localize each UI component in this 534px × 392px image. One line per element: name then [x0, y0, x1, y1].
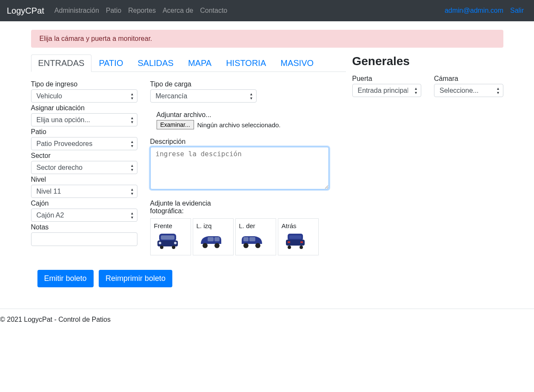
generals-title: Generales	[352, 54, 503, 68]
evidence-label-lder: L. der	[239, 222, 272, 229]
file-status: Ningún archivo seleccionado.	[197, 121, 281, 129]
evidence-lder[interactable]: L. der	[235, 218, 276, 255]
evidence-frente[interactable]: Frente	[150, 218, 191, 255]
svg-point-14	[243, 243, 248, 248]
select-sector[interactable]: Sector derecho	[31, 161, 137, 174]
car-rear-icon	[282, 231, 309, 250]
label-descripcion: Descripción	[150, 138, 329, 146]
label-tipo-ingreso: Tipo de ingreso	[31, 80, 137, 88]
label-adjuntar: Adjuntar archivo...	[157, 111, 329, 119]
select-tipo-ingreso[interactable]: Vehiculo	[31, 89, 137, 103]
tab-historia[interactable]: HISTORIA	[219, 54, 273, 72]
browse-button[interactable]: Examinar...	[157, 120, 194, 129]
select-patio[interactable]: Patio Proveedores	[31, 137, 137, 150]
svg-point-9	[203, 243, 208, 248]
emitir-boleto-button[interactable]: Emitir boleto	[37, 270, 94, 287]
nav-administracion[interactable]: Administración	[51, 3, 103, 18]
tab-entradas[interactable]: ENTRADAS	[31, 54, 92, 72]
tabs: ENTRADAS PATIO SALIDAS MAPA HISTORIA MAS…	[31, 54, 346, 72]
nav-acerca[interactable]: Acerca de	[159, 3, 197, 18]
tab-masivo[interactable]: MASIVO	[273, 54, 321, 72]
svg-point-19	[300, 246, 303, 249]
nav-reportes[interactable]: Reportes	[125, 3, 159, 18]
svg-rect-12	[243, 237, 248, 241]
svg-rect-20	[288, 241, 290, 243]
nav-contacto[interactable]: Contacto	[197, 3, 231, 18]
svg-rect-8	[214, 237, 220, 241]
car-right-icon	[239, 231, 266, 250]
tab-mapa[interactable]: MAPA	[181, 54, 219, 72]
svg-point-13	[255, 243, 260, 248]
select-cajon[interactable]: Cajón A2	[31, 209, 137, 222]
evidence-label-atras: Atrás	[282, 222, 315, 229]
svg-point-5	[159, 242, 161, 244]
navbar: LogyCPat Administración Patio Reportes A…	[0, 0, 534, 21]
evidence-lizq[interactable]: L. izq	[193, 218, 234, 255]
select-puerta[interactable]: Entrada principal	[352, 84, 422, 97]
car-left-icon	[197, 231, 224, 250]
user-email[interactable]: admin@admin.com	[441, 3, 507, 18]
label-evidencia: Adjunte la evidencia fotográfica:	[150, 200, 218, 215]
evidence-atras[interactable]: Atrás	[278, 218, 319, 255]
select-nivel[interactable]: Nivel 11	[31, 185, 137, 198]
footer: © 2021 LogycPat - Control de Patios	[0, 309, 534, 330]
brand[interactable]: LogyCPat	[7, 6, 44, 16]
svg-point-3	[160, 246, 163, 249]
label-camara: Cámara	[434, 75, 503, 83]
svg-rect-11	[249, 237, 255, 241]
alert-banner: Elija la cámara y puerta a monitorear.	[31, 30, 503, 48]
label-asignar-ubicacion: Asignar ubicación	[31, 104, 137, 112]
label-nivel: Nivel	[31, 176, 137, 183]
select-camara[interactable]: Seleccione...	[434, 84, 503, 97]
input-notas[interactable]	[31, 232, 137, 246]
label-patio: Patio	[31, 128, 137, 136]
reimprimir-boleto-button[interactable]: Reimprimir boleto	[99, 270, 172, 287]
svg-rect-21	[300, 241, 303, 243]
logout-link[interactable]: Salir	[507, 3, 527, 18]
nav-right: admin@admin.com Salir	[441, 3, 527, 18]
nav-patio[interactable]: Patio	[103, 3, 125, 18]
car-front-icon	[154, 231, 181, 250]
tab-salidas[interactable]: SALIDAS	[130, 54, 180, 72]
label-cajon: Cajón	[31, 200, 137, 207]
tab-patio[interactable]: PATIO	[91, 54, 130, 72]
svg-rect-1	[161, 235, 174, 240]
svg-rect-7	[208, 237, 214, 241]
svg-rect-16	[289, 235, 301, 239]
evidence-label-frente: Frente	[154, 222, 187, 229]
nav-left: Administración Patio Reportes Acerca de …	[51, 3, 231, 18]
evidence-label-lizq: L. izq	[197, 222, 230, 229]
select-tipo-carga[interactable]: Mercancía	[150, 89, 257, 103]
svg-point-10	[214, 243, 220, 248]
label-tipo-carga: Tipo de carga	[150, 80, 257, 88]
label-notas: Notas	[31, 223, 137, 231]
select-asignar-ubicacion[interactable]: Elija una opción...	[31, 113, 137, 126]
label-sector: Sector	[31, 152, 137, 160]
svg-point-18	[288, 246, 291, 249]
svg-point-6	[174, 242, 177, 244]
textarea-descripcion[interactable]	[150, 147, 329, 189]
label-puerta: Puerta	[352, 75, 422, 83]
svg-point-4	[172, 246, 175, 249]
